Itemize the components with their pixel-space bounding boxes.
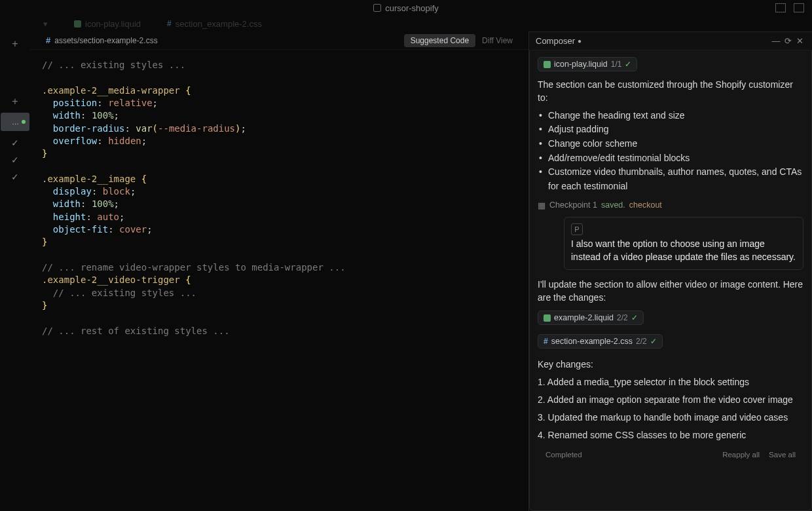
code-comment: // ... existing styles ... xyxy=(53,288,196,298)
minimize-icon[interactable]: — xyxy=(770,36,782,46)
user-message: P I also want the option to choose using… xyxy=(564,217,803,270)
editor-header: # assets/section-example-2.css Suggested… xyxy=(30,31,528,50)
panel-toggle-icon[interactable] xyxy=(775,3,786,12)
liquid-file-icon xyxy=(544,61,551,68)
code-prop: width xyxy=(53,199,81,209)
chip-count: 2/2 xyxy=(617,313,628,322)
modified-dot-icon xyxy=(22,120,26,124)
checkpoint-label: Checkpoint 1 xyxy=(549,200,597,210)
chip-label: section-example-2.css xyxy=(551,337,633,346)
prompt-icon: P xyxy=(571,223,583,235)
gutter-label: … xyxy=(12,118,19,126)
open-tabs: ▾ icon-play.liquid # section_example-2.c… xyxy=(0,16,812,31)
code-selector: .example-2__video-trigger xyxy=(42,274,180,285)
css-file-icon: # xyxy=(544,337,548,346)
composer-panel: Composer ● — ⟳ ✕ icon-play.liquid 1/1 ✓ … xyxy=(529,31,812,511)
change-gutter: + + … ✓ ✓ ✓ xyxy=(0,31,30,511)
composer-header: Composer ● — ⟳ ✕ xyxy=(529,32,812,50)
code-prop: border-radius xyxy=(53,123,125,134)
check-icon[interactable]: ✓ xyxy=(11,155,19,165)
check-icon: ✓ xyxy=(625,60,631,69)
mode-diff-view[interactable]: Diff View xyxy=(475,34,519,47)
checkpoint-line: ▦ Checkpoint 1 saved. checkout xyxy=(538,200,803,210)
code-value: cover xyxy=(119,224,147,235)
tab-icon-play-liquid[interactable]: icon-play.liquid xyxy=(74,19,141,29)
file-chip-example-2-liquid[interactable]: example-2.liquid 2/2 ✓ xyxy=(538,311,644,325)
code-comment: // ... existing styles ... xyxy=(42,60,185,70)
project-title: cursor-shopify xyxy=(385,3,439,13)
code-prop: width xyxy=(53,110,81,121)
css-file-icon: # xyxy=(167,19,172,28)
tab-label: section_example-2.css xyxy=(175,19,262,29)
code-prop: position xyxy=(53,98,97,108)
liquid-file-icon xyxy=(74,20,81,28)
code-prop: object-fit xyxy=(53,224,108,235)
close-icon[interactable]: ✕ xyxy=(794,36,805,46)
composer-footer: Completed Reapply all Save all xyxy=(538,449,803,461)
gutter-selected-change[interactable]: … xyxy=(1,113,29,131)
tab-label: icon-play.liquid xyxy=(85,19,141,29)
dirty-dot-icon: ● xyxy=(578,37,581,45)
code-prop: height xyxy=(53,212,86,222)
map-icon: ▦ xyxy=(538,200,545,210)
code-editor[interactable]: // ... existing styles ... .example-2__m… xyxy=(30,50,528,511)
layout-icon[interactable] xyxy=(794,3,804,12)
code-selector: .example-2__image xyxy=(42,174,136,184)
check-icon: ✓ xyxy=(631,313,638,322)
composer-body: icon-play.liquid 1/1 ✓ The section can b… xyxy=(529,50,812,511)
list-item: 2. Added an image option separate from t… xyxy=(538,393,803,407)
list-item: Change the heading text and size xyxy=(538,109,803,123)
checkpoint-branch: checkout xyxy=(629,200,662,210)
code-value: 100% xyxy=(92,110,114,121)
liquid-file-icon xyxy=(544,314,551,322)
key-changes-list: 1. Added a media_type selector in the bl… xyxy=(538,375,803,446)
checkpoint-saved: saved. xyxy=(601,200,625,210)
code-var: --media-radius xyxy=(158,123,235,134)
composer-title: Composer xyxy=(536,36,575,46)
tab-section-example-2-css[interactable]: # section_example-2.css xyxy=(167,19,262,29)
key-changes-heading: Key changes: xyxy=(538,358,803,371)
list-item: Add/remove/edit testimonial blocks xyxy=(538,151,803,166)
add-cursor-icon[interactable]: + xyxy=(12,96,18,107)
code-value: hidden xyxy=(108,136,141,146)
list-item: 1. Added a media_type selector in the bl… xyxy=(538,375,803,389)
chip-label: icon-play.liquid xyxy=(554,60,608,69)
reapply-all-button[interactable]: Reapply all xyxy=(722,451,760,459)
code-prop: overflow xyxy=(53,136,97,146)
editor-pane: # assets/section-example-2.css Suggested… xyxy=(30,31,529,511)
add-cursor-icon[interactable]: + xyxy=(12,38,18,50)
code-comment: // ... rename video-wrapper styles to me… xyxy=(42,262,346,273)
list-item: 3. Updated the markup to handle both ima… xyxy=(538,411,803,425)
status-completed: Completed xyxy=(545,451,582,459)
chip-label: example-2.liquid xyxy=(554,313,614,322)
list-item: 4. Renamed some CSS classes to be more g… xyxy=(538,428,803,442)
code-value: auto xyxy=(97,212,119,222)
assistant-text: I'll update the section to allow either … xyxy=(538,278,803,305)
code-prop: display xyxy=(53,186,92,197)
list-item: Customize video thumbnails, author names… xyxy=(538,165,803,193)
code-value: block xyxy=(103,186,130,197)
user-message-text: I also want the option to choose using a… xyxy=(571,238,796,263)
check-icon: ✓ xyxy=(650,337,657,346)
refresh-icon[interactable]: ⟳ xyxy=(782,36,794,46)
list-item: Adjust padding xyxy=(538,123,803,137)
customize-list: Change the heading text and size Adjust … xyxy=(538,109,803,194)
chip-count: 1/1 xyxy=(611,60,622,69)
save-all-button[interactable]: Save all xyxy=(769,451,796,459)
assistant-text: The section can be customized through th… xyxy=(538,78,803,105)
file-chip-icon-play[interactable]: icon-play.liquid 1/1 ✓ xyxy=(538,57,637,71)
code-value: relative xyxy=(108,98,152,108)
titlebar: cursor-shopify xyxy=(0,0,812,16)
tab-unknown-1[interactable]: ▾ xyxy=(39,19,48,29)
check-icon[interactable]: ✓ xyxy=(11,172,19,182)
mode-suggested-code[interactable]: Suggested Code xyxy=(404,34,475,47)
css-file-icon: # xyxy=(46,35,50,45)
check-icon[interactable]: ✓ xyxy=(11,138,19,148)
file-chip-section-example-2-css[interactable]: # section-example-2.css 2/2 ✓ xyxy=(538,334,663,349)
editor-filename: assets/section-example-2.css xyxy=(54,36,157,45)
chevron-down-icon: ▾ xyxy=(43,19,48,29)
code-selector: .example-2__media-wrapper xyxy=(42,85,180,96)
chip-count: 2/2 xyxy=(636,337,647,346)
code-value: 100% xyxy=(92,199,114,209)
code-comment: // ... rest of existing styles ... xyxy=(42,326,230,336)
